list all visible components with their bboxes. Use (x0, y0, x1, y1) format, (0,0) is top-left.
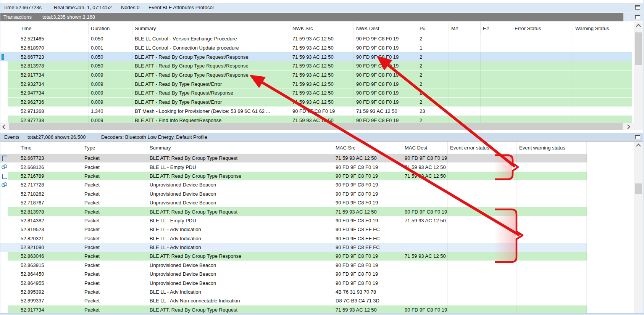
row-gutter (0, 288, 18, 296)
events-decoders: Decoders: Bluetooth Low Energy, Default … (101, 134, 207, 140)
event-row[interactable]: 52.716789PacketBLE ATT: Read By Group Ty… (0, 172, 587, 180)
event-row[interactable]: 52.718262PacketUnprovisioned Device Beac… (0, 190, 587, 198)
transaction-row[interactable]: 52.9713681.340BT Mesh - Looking for Prov… (0, 107, 632, 116)
row-gutter (0, 34, 18, 43)
scrollbar-thumb[interactable] (9, 123, 623, 130)
events-vertical-scrollbar[interactable] (634, 141, 643, 313)
event-row[interactable]: 52.718767PacketUnprovisioned Device Beac… (0, 198, 587, 207)
events-column-header-event-warning-status[interactable]: Event warning status (517, 141, 587, 154)
events-column-header-event-error-status[interactable]: Event error status (448, 141, 517, 154)
transactions-column-header-warning-status[interactable]: Warning Status (573, 22, 632, 35)
transactions-column-header-p-[interactable]: P# (417, 22, 449, 35)
event-row-cell-mac-src: D8 7C B3 C4 71 3D (333, 296, 402, 305)
event-row[interactable]: 52.819523PacketBLE LL - Adv Indication90… (0, 225, 587, 234)
events-column-header-mac-src[interactable]: MAC Src (333, 141, 402, 154)
transaction-row-cell-time: 52.521465 (18, 34, 89, 43)
event-row[interactable]: 52.863046PacketBLE ATT: Read By Group Ty… (0, 252, 587, 260)
transaction-row-cell-error-status (512, 79, 573, 88)
event-row-cell-err (448, 180, 517, 189)
status-event: Event:BLE Attributes Protocol (148, 5, 214, 10)
transactions-column-header-m-[interactable]: M# (449, 22, 481, 35)
scroll-up-button[interactable] (634, 141, 643, 149)
transaction-row-cell-duration: 0.009 (89, 98, 132, 107)
event-row-cell-time: 52.863915 (18, 261, 82, 270)
scrollbar-thumb[interactable] (635, 32, 642, 65)
event-row[interactable]: 52.895392PacketBLE LL - Adv Indication4B… (0, 288, 587, 296)
row-gutter (0, 71, 18, 80)
transactions-column-header-summary[interactable]: Summary (132, 22, 290, 35)
event-row[interactable]: 52.899337PacketBLE LL - Adv Non-connecta… (0, 296, 587, 305)
scroll-left-button[interactable] (0, 123, 9, 130)
transactions-column-header-duration[interactable]: Duration (89, 22, 132, 35)
event-row-cell-time: 52.821090 (18, 243, 82, 252)
transaction-row-cell-e (481, 71, 512, 80)
transaction-row-cell-error-status (512, 116, 573, 123)
transaction-row[interactable]: 52.9627360.009BLE ATT - Read By Type Req… (0, 98, 632, 107)
transaction-row[interactable]: 52.8139780.050BLE ATT - Read By Group Ty… (0, 61, 632, 71)
scroll-up-button[interactable] (634, 22, 643, 29)
panel-window-icon[interactable] (635, 15, 640, 19)
transactions-column-header-time[interactable]: Time (18, 22, 89, 35)
panel-window-icon[interactable] (635, 135, 640, 139)
event-row-cell-warn (517, 190, 587, 198)
transaction-row[interactable]: 52.6189700.001BLE LL Control - Connectio… (0, 43, 632, 53)
event-row-cell-time: 52.813978 (18, 207, 82, 216)
pane-splitter[interactable] (0, 130, 644, 133)
transaction-row-cell-nwk-dest: 90 FD 9F C8 F0 19 (354, 34, 417, 43)
transactions-column-header-e-[interactable]: E# (481, 22, 512, 35)
row-gutter (0, 252, 18, 260)
event-row[interactable]: 52.917734PacketBLE ATT: Read By Group Ty… (0, 305, 587, 313)
event-row[interactable]: 52.717728PacketUnprovisioned Device Beac… (0, 180, 587, 189)
events-column-header-time[interactable]: Time (18, 141, 82, 154)
transaction-row-cell-summary: BT Mesh - Looking for Provisioner (Devic… (132, 107, 290, 116)
event-row[interactable]: 52.863915PacketUnprovisioned Device Beac… (0, 261, 587, 270)
transaction-row[interactable]: 52.9777380.009BLE ATT - Find Info Reques… (0, 116, 632, 123)
transaction-row[interactable]: 52.9177340.009BLE ATT - Read By Group Ty… (0, 71, 632, 80)
chevron-up-icon (636, 143, 641, 148)
events-column-header-mac-dest[interactable]: MAC Dest (402, 141, 448, 154)
transactions-horizontal-scrollbar[interactable] (0, 123, 644, 130)
event-row-cell-err (448, 278, 517, 287)
event-row[interactable]: 52.667723PacketBLE ATT: Read By Group Ty… (0, 154, 587, 162)
transactions-column-header-nwk-src[interactable]: NWK Src (290, 22, 354, 35)
event-row[interactable]: 52.813978PacketBLE ATT: Read By Group Ty… (0, 207, 587, 216)
event-row[interactable]: 52.864450PacketUnprovisioned Device Beac… (0, 270, 587, 278)
transactions-column-header-nwk-dest[interactable]: NWK Dest (354, 22, 417, 35)
events-column-header-type[interactable]: Type (82, 141, 147, 154)
transaction-row[interactable]: 52.6677230.050BLE ATT - Read By Group Ty… (0, 52, 632, 61)
event-row-cell-warn (517, 172, 587, 180)
scrollbar-thumb[interactable] (635, 183, 642, 194)
transaction-row[interactable]: 52.5214650.050BLE LL Control - Version E… (0, 34, 632, 43)
event-row-cell-summary: BLE LL - Empty PDU (147, 162, 333, 171)
event-row-cell-type: Packet (82, 305, 147, 313)
scroll-right-button[interactable] (623, 123, 632, 130)
transaction-row-cell-summary: BLE ATT - Read By Group Type Request/Res… (132, 61, 290, 71)
transactions-vertical-scrollbar[interactable] (634, 22, 643, 123)
event-row[interactable]: 52.864955PacketUnprovisioned Device Beac… (0, 278, 587, 287)
row-gutter (0, 61, 18, 71)
event-row[interactable]: 52.821090PacketBLE LL - Adv Indication90… (0, 243, 587, 252)
transaction-row-cell-nwk-dest: 90 FD 9F C8 F0 19 (354, 98, 417, 107)
event-row-cell-time: 52.864955 (18, 278, 82, 287)
events-title: Events (4, 134, 19, 140)
event-row-cell-summary: Unprovisioned Device Beacon (147, 278, 333, 287)
event-row[interactable]: 52.668126PacketBLE LL - Empty PDU90 FD 9… (0, 162, 587, 171)
transaction-row-cell-time: 52.971368 (18, 107, 89, 116)
transaction-row-cell-time: 52.977738 (18, 116, 89, 123)
events-column-header-summary[interactable]: Summary (147, 141, 333, 154)
event-row[interactable]: 52.814382PacketBLE LL - Empty PDU90 FD 9… (0, 216, 587, 225)
event-row[interactable]: 52.820321PacketBLE LL - Adv Indication90… (0, 234, 587, 243)
transaction-row-cell-summary: BLE LL Control - Version Exchange Proced… (132, 34, 290, 43)
event-row-cell-mac-src: 90 FD 9F C8 F0 19 (333, 270, 402, 278)
transactions-column-header-error-status[interactable]: Error Status (512, 22, 573, 35)
transaction-row-cell-nwk-src: 71 59 93 AC 12 50 (290, 98, 354, 107)
transaction-row[interactable]: 52.9327340.009BLE ATT - Read By Type Req… (0, 79, 632, 88)
transaction-row-cell-m (449, 107, 481, 116)
transaction-row-cell-summary: BLE ATT - Read By Type Request/Response (132, 88, 290, 98)
transaction-row-cell-duration: 0.009 (89, 116, 132, 123)
dropdown-icon[interactable]: ▽ (627, 14, 630, 20)
transaction-row[interactable]: 52.9477340.009BLE ATT - Read By Type Req… (0, 88, 632, 98)
panel-window-icon[interactable] (635, 5, 640, 10)
event-row-cell-summary: Unprovisioned Device Beacon (147, 198, 333, 207)
transaction-row-cell-warning-status (573, 52, 632, 61)
